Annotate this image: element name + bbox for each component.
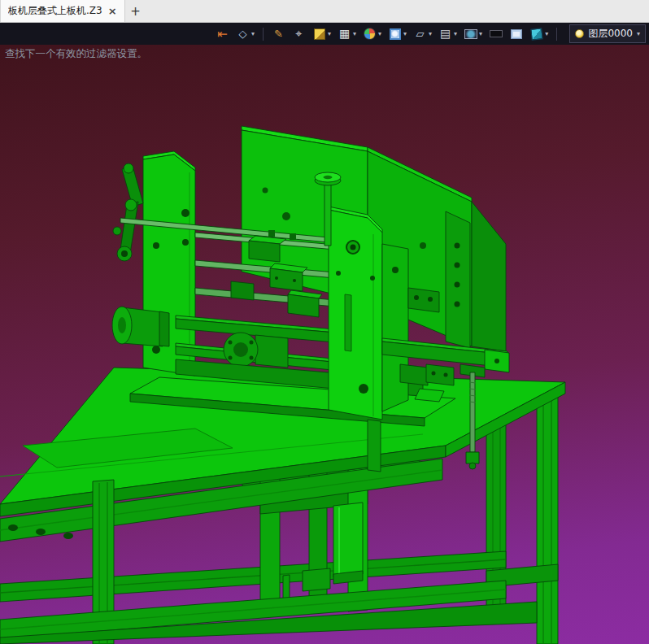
shaded-cube-icon bbox=[314, 28, 325, 40]
toolbar: ⇤ ◇ ▾ ✎ ⌖ ▾ ▦ ▾ ▾ ▾ ▱ ▾ bbox=[0, 23, 649, 45]
hatch-button[interactable]: ▤ ▾ bbox=[438, 26, 458, 41]
chevron-down-icon[interactable]: ▾ bbox=[545, 31, 548, 37]
zoom-window-icon bbox=[390, 28, 401, 40]
panel-button[interactable] bbox=[508, 26, 524, 41]
screen-display-button[interactable]: ▾ bbox=[463, 26, 483, 41]
color-pie-icon bbox=[364, 28, 376, 40]
shaded-display-button[interactable]: ▾ bbox=[311, 26, 332, 41]
chevron-down-icon[interactable]: ▾ bbox=[328, 31, 331, 37]
pencil-icon: ✎ bbox=[272, 27, 285, 41]
screen-icon bbox=[464, 29, 477, 39]
probe-icon: ⌖ bbox=[292, 27, 306, 41]
probe-button[interactable]: ⌖ bbox=[291, 26, 307, 41]
chevron-down-icon[interactable]: ▾ bbox=[378, 31, 381, 37]
wireframe-display-button[interactable]: ▦ ▾ bbox=[337, 26, 357, 41]
toolbar-separator bbox=[263, 28, 264, 41]
status-message: 查找下一个有效的过滤器设置。 bbox=[5, 47, 147, 61]
chevron-down-icon[interactable]: ▾ bbox=[454, 31, 457, 37]
chevron-down-icon[interactable]: ▾ bbox=[479, 31, 482, 37]
chevron-down-icon[interactable]: ▾ bbox=[403, 31, 407, 37]
tab-title: 板机层叠式上板机.Z3 bbox=[8, 4, 102, 18]
view-cube-icon bbox=[530, 28, 542, 40]
hatch-icon: ▤ bbox=[438, 27, 452, 41]
layer-combo-label: 图层0000 bbox=[588, 27, 633, 41]
pencil-button[interactable]: ✎ bbox=[271, 26, 286, 41]
app-window: 板机层叠式上板机.Z3 × + ⇤ ◇ ▾ ✎ ⌖ ▾ ▦ ▾ ▾ bbox=[0, 0, 649, 644]
color-mode-button[interactable]: ▾ bbox=[362, 26, 382, 41]
tab-close-icon[interactable]: × bbox=[108, 6, 117, 16]
chevron-down-icon[interactable]: ▾ bbox=[353, 31, 356, 37]
exit-icon: ⇤ bbox=[216, 27, 229, 41]
background-icon bbox=[490, 30, 503, 37]
machine-3d-model bbox=[0, 45, 649, 644]
viewport[interactable]: 查找下一个有效的过滤器设置。 bbox=[0, 45, 649, 644]
exit-button[interactable]: ⇤ bbox=[215, 26, 230, 41]
layer-combo[interactable]: 图层0000 ▾ bbox=[569, 24, 646, 43]
chevron-down-icon[interactable]: ▾ bbox=[637, 31, 640, 37]
background-button[interactable] bbox=[488, 26, 503, 41]
bulb-icon[interactable] bbox=[575, 29, 584, 38]
document-tab[interactable]: 板机层叠式上板机.Z3 × bbox=[0, 0, 125, 22]
toolbar-separator bbox=[556, 28, 557, 41]
panel-icon bbox=[511, 29, 522, 39]
wireframe-cube-icon: ▦ bbox=[338, 27, 351, 41]
note-icon: ◇ bbox=[236, 27, 250, 41]
new-tab-button[interactable]: + bbox=[125, 0, 146, 22]
tab-bar: 板机层叠式上板机.Z3 × + bbox=[0, 0, 649, 23]
note-button[interactable]: ◇ ▾ bbox=[235, 26, 255, 41]
chevron-down-icon[interactable]: ▾ bbox=[251, 31, 255, 37]
chevron-down-icon[interactable]: ▾ bbox=[429, 31, 432, 37]
clip-plane-button[interactable]: ▱ ▾ bbox=[412, 26, 433, 41]
zoom-window-button[interactable]: ▾ bbox=[387, 26, 407, 41]
clip-plane-icon: ▱ bbox=[413, 27, 427, 41]
view-cube-button[interactable]: ▾ bbox=[529, 26, 549, 41]
